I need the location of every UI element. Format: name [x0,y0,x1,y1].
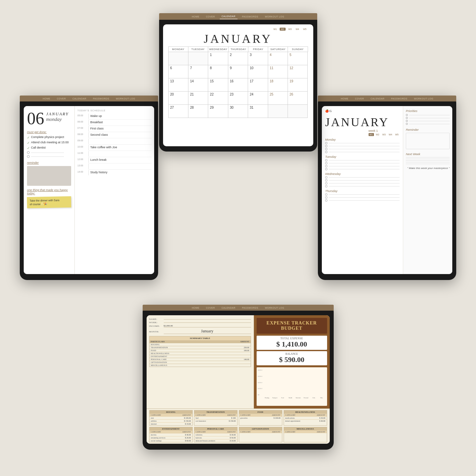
expense-screen: NAME: WORK: INCOME: $2,000.00 MONTH: Jan… [147,315,330,444]
cal-cell-5[interactable]: 5 [288,52,308,65]
dp-tab-home[interactable]: HOME [41,96,52,101]
income-value: $2,000.00 [164,324,251,327]
event-0900 [90,139,152,140]
reminder-box[interactable] [27,166,71,186]
dp-tab-cover[interactable]: COVER [55,96,68,101]
event-1100 [90,151,152,153]
tab-workout[interactable]: WORKOUT LOG [263,14,286,19]
cal-cell-21[interactable]: 21 [188,92,208,105]
week-2[interactable]: W2 [280,28,286,31]
cal-cell-13[interactable]: 13 [169,78,188,92]
time-1200: 12:00 [77,158,87,160]
cal-cell-6[interactable]: 6 [169,65,188,78]
cal-cell-2[interactable]: 2 [228,52,248,65]
cal-cell-26[interactable]: 26 [288,92,308,105]
section-transportation: TRANSPORTATION CATEGORY AMOUNT fuel$ 100… [194,410,238,426]
et-tab-passwords[interactable]: PASSWORDS [240,305,261,310]
cal-cell-31[interactable]: 31 [248,105,268,118]
cal-cell-17[interactable]: 17 [248,78,268,92]
schedule-1300: 13:00 [77,164,152,169]
week-5[interactable]: W5 [302,28,308,31]
cal-cell-empty[interactable] [188,52,208,65]
cal-cell-18[interactable]: 18 [268,78,288,92]
cal-cell-23[interactable]: 23 [228,92,248,105]
cal-cell-24[interactable]: 24 [248,92,268,105]
et-tab-calendar[interactable]: CALENDAR [220,305,238,310]
tab-home[interactable]: HOME [190,14,201,19]
cal-cell-9[interactable]: 9 [228,65,248,78]
dp-tab-passwords[interactable]: PASSWORDS [91,96,111,101]
day-number: 06 [27,110,44,127]
wp-tab-passwords[interactable]: PASSWORDS [389,96,409,101]
planner-sidebar: 06 JANUARY monday must get done: ✓ Compl… [24,106,75,274]
cal-cell-19[interactable]: 19 [288,78,308,92]
cal-cell-7[interactable]: 7 [188,65,208,78]
wp-tab-cover[interactable]: COVER [353,96,366,101]
summary-table: SUMMARY TABLE PARTICULARS AMOUNT HOUSING… [149,336,251,367]
event-0600: Breakfast [90,120,152,125]
cal-cell-11[interactable]: 11 [268,65,288,78]
week-3[interactable]: W3 [287,28,293,31]
expense-tab-bar: HOME COVER CALENDAR PASSWORDS WORKOUT LO… [143,305,334,311]
wp-tab-calendar[interactable]: CALENDAR [369,96,386,101]
cal-cell-1[interactable]: 1 [208,52,228,65]
schedule-0500: 05:00 Wake up [77,114,152,119]
cal-cell-20[interactable]: 20 [169,92,188,105]
weekly-planner: 🍎 G JANUARY week 1 W1 W2 W3 W4 W5 [322,106,452,274]
tuesday-label: Tuesday [325,155,400,158]
cal-cell-4[interactable]: 4 [268,52,288,65]
todo-empty-1 [27,151,71,154]
event-1300 [90,164,152,165]
cal-cell-empty[interactable] [268,105,288,118]
cal-cell-empty[interactable] [169,52,188,65]
wp-tab-workout[interactable]: WORKOUT LOG [412,96,435,101]
et-tab-home[interactable]: HOME [190,305,201,310]
wednesday-label: Wednesday [325,172,400,176]
priorities-label: Priorities [406,109,450,113]
cal-cell-14[interactable]: 14 [188,78,208,92]
time-line-1000 [88,145,89,150]
cal-cell-15[interactable]: 15 [208,78,228,92]
tab-cover[interactable]: COVER [204,14,217,19]
cal-cell-27[interactable]: 27 [169,105,188,118]
schedule-1100: 11:00 [77,151,152,156]
week-1[interactable]: W1 [272,28,278,31]
header-saturday: SATURDAY [268,47,288,52]
time-1300: 13:00 [77,164,87,167]
summary-table-title: SUMMARY TABLE [150,336,251,340]
et-tab-workout[interactable]: WORKOUT LOG [263,305,286,310]
planner-month: JANUARY [46,111,69,117]
time-line-1400 [88,170,89,175]
tablet-calendar: HOME COVER CALENDAR PASSWORDS WORKOUT LO… [159,13,317,152]
cal-cell-10[interactable]: 10 [248,65,268,78]
cal-cell-29[interactable]: 29 [208,105,228,118]
header-wednesday: WEDNESDAY [208,47,229,52]
cal-cell-25[interactable]: 25 [268,92,288,105]
calendar-grid: 1234567891011121314151617181920212223242… [168,52,308,118]
event-0500: Wake up [90,114,152,118]
cal-cell-22[interactable]: 22 [208,92,228,105]
happy-note[interactable]: Take the dinner with Saraof course🥂🎉 [27,196,71,209]
et-tab-cover[interactable]: COVER [204,305,217,310]
cal-cell-empty[interactable] [288,105,308,118]
cal-cell-12[interactable]: 12 [288,65,308,78]
dp-tab-calendar[interactable]: CALENDAR [70,96,88,101]
expense-chart: $400.0 $300.0 $200.0 $100.0 $0 Housing T… [257,367,327,406]
week-4[interactable]: W4 [294,28,301,31]
schedule-0900: 09:00 [77,139,152,144]
dp-tab-workout[interactable]: WORKOUT LOG [114,96,137,101]
cal-cell-16[interactable]: 16 [228,78,248,92]
tab-calendar[interactable]: CALENDAR [220,14,238,19]
reminder-box-weekly[interactable] [406,133,450,149]
empty-line-2 [31,156,64,157]
cal-cell-3[interactable]: 3 [248,52,268,65]
tab-passwords[interactable]: PASSWORDS [240,14,261,19]
cal-cell-8[interactable]: 8 [208,65,228,78]
empty-circle-1 [27,151,30,154]
wp-tab-home[interactable]: HOME [339,96,350,101]
cal-cell-30[interactable]: 30 [228,105,248,118]
expense-sections-grid: HOUSING CATEGORY AMOUNT rent$ 100.00 uti… [147,408,330,444]
bar-chart-area: Housing Transport Food Health Entertain … [263,369,325,399]
header-sunday: SUNDAY [288,47,308,52]
cal-cell-28[interactable]: 28 [188,105,208,118]
